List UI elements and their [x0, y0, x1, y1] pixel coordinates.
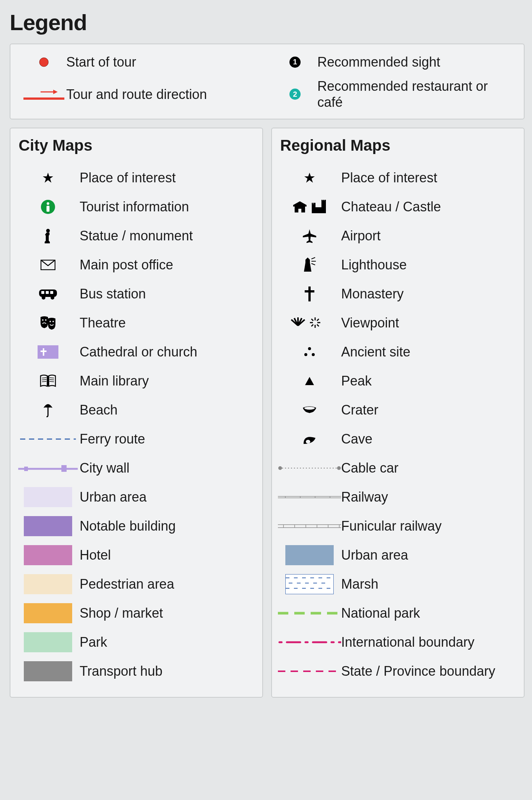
svg-rect-46 [321, 200, 323, 201]
chateau-castle-icon [278, 200, 341, 214]
bus-icon [16, 288, 80, 300]
cross-icon [278, 287, 341, 301]
row-place-of-interest: Place of interest [16, 163, 256, 192]
umbrella-icon [16, 403, 80, 417]
label: Start of tour [66, 54, 136, 70]
svg-line-52 [311, 257, 315, 259]
legend-row-recommended-food: 2 Recommended restaurant or café [273, 78, 513, 110]
svg-point-70 [312, 353, 315, 356]
state-boundary-line-icon [278, 670, 341, 673]
svg-rect-8 [47, 206, 49, 212]
svg-rect-44 [313, 203, 314, 204]
regional-maps-heading: Regional Maps [280, 137, 518, 154]
svg-point-17 [42, 319, 44, 321]
lighthouse-icon [278, 257, 341, 273]
svg-line-26 [42, 380, 47, 380]
row-reg-place-of-interest: Place of interest [278, 163, 518, 192]
legend-title: Legend [10, 10, 525, 35]
svg-point-72 [304, 407, 315, 410]
row-cable-car: Cable car [278, 454, 518, 483]
svg-point-75 [337, 466, 341, 470]
label: Recommended sight [317, 54, 440, 70]
svg-rect-39 [298, 209, 301, 212]
svg-point-59 [312, 290, 314, 292]
svg-point-69 [304, 353, 307, 356]
svg-rect-49 [305, 260, 310, 263]
row-marsh: Marsh [278, 570, 518, 599]
svg-point-19 [49, 321, 51, 322]
ancient-site-icon [278, 346, 341, 358]
svg-point-68 [308, 347, 311, 350]
notable-building-swatch [24, 516, 72, 536]
statue-icon [16, 228, 80, 243]
peak-icon [278, 377, 341, 385]
start-of-tour-icon [22, 57, 66, 67]
svg-line-30 [49, 381, 54, 382]
svg-marker-51 [305, 257, 310, 260]
transport-swatch [24, 661, 72, 681]
crater-icon [278, 406, 341, 415]
row-urban-area: Urban area [16, 483, 256, 512]
row-ancient-site: Ancient site [278, 337, 518, 367]
row-ferry-route: Ferry route [16, 425, 256, 454]
row-reg-urban-area: Urban area [278, 541, 518, 570]
svg-marker-36 [304, 173, 315, 183]
svg-rect-14 [50, 291, 53, 294]
row-notable-building: Notable building [16, 512, 256, 541]
svg-rect-41 [321, 201, 326, 213]
svg-point-15 [42, 296, 45, 300]
city-maps-heading: City Maps [19, 137, 256, 154]
row-viewpoint: Viewpoint [278, 308, 518, 337]
svg-point-74 [278, 466, 282, 470]
marsh-swatch [285, 574, 334, 594]
row-national-park: National park [278, 599, 518, 628]
cave-icon [278, 433, 341, 445]
legend-top-section: Start of tour 1 Recommended sight Tour a… [10, 44, 525, 119]
shop-swatch [24, 603, 72, 623]
row-statue: Statue / monument [16, 221, 256, 250]
row-monastery: Monastery [278, 279, 518, 308]
intl-boundary-line-icon [278, 640, 341, 644]
row-church: Cathedral or church [16, 337, 256, 367]
star-icon [278, 172, 341, 183]
city-maps-column: City Maps Place of interest Tourist info… [10, 128, 263, 698]
legend-panel: Legend Start of tour 1 Recommended sight… [0, 0, 532, 709]
svg-rect-40 [312, 204, 315, 213]
svg-point-18 [45, 319, 47, 321]
label: Recommended restaurant or café [317, 78, 513, 110]
svg-marker-4 [53, 90, 58, 94]
row-crater: Crater [278, 396, 518, 425]
envelope-icon [16, 260, 80, 270]
row-funicular-railway: Funicular railway [278, 512, 518, 541]
funicular-line-icon [278, 524, 341, 528]
row-library: Main library [16, 367, 256, 396]
hotel-swatch [24, 545, 72, 565]
svg-point-58 [305, 290, 307, 292]
park-swatch [24, 632, 72, 652]
airplane-icon [278, 228, 341, 243]
legend-row-start-of-tour: Start of tour [22, 54, 262, 70]
svg-rect-48 [324, 200, 326, 201]
legend-row-tour-direction: Tour and route direction [22, 78, 262, 110]
svg-line-28 [49, 378, 54, 378]
regional-maps-column: Regional Maps Place of interest [271, 128, 525, 698]
row-lighthouse: Lighthouse [278, 250, 518, 279]
row-state-boundary: State / Province boundary [278, 657, 518, 686]
svg-rect-42 [315, 207, 321, 213]
church-icon [16, 345, 80, 359]
theatre-masks-icon [16, 316, 80, 330]
svg-marker-50 [304, 263, 311, 272]
svg-rect-13 [46, 291, 49, 294]
row-city-wall: City wall [16, 454, 256, 483]
svg-marker-71 [305, 377, 314, 385]
recommended-food-icon: 2 [273, 89, 317, 100]
svg-rect-34 [24, 467, 28, 471]
info-icon [16, 199, 80, 214]
pedestrian-swatch [24, 574, 72, 594]
row-beach: Beach [16, 396, 256, 425]
legend-row-recommended-sight: 1 Recommended sight [273, 54, 513, 70]
svg-point-16 [51, 296, 54, 300]
svg-rect-45 [314, 203, 315, 204]
svg-rect-47 [323, 200, 324, 201]
row-pedestrian-area: Pedestrian area [16, 570, 256, 599]
